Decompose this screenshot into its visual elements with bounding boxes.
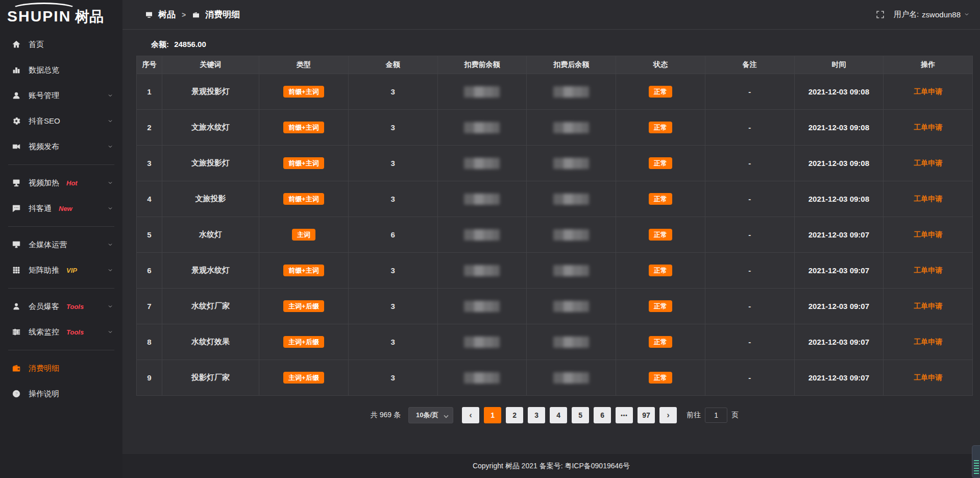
page-button-5[interactable]: 5 — [572, 407, 589, 423]
sidebar-item-label: 首页 — [29, 40, 44, 50]
table-row: 1 景观投影灯 前缀+主词 3 正常 - 2021-12-03 09:08 工单… — [137, 74, 973, 110]
work-order-link[interactable]: 工单申请 — [914, 266, 942, 274]
question-icon: ? — [11, 389, 21, 399]
page-button-97[interactable]: 97 — [638, 407, 655, 423]
col-remark: 备注 — [705, 56, 794, 74]
redacted-balance-after — [553, 301, 589, 312]
cell-balance-after — [527, 253, 616, 289]
cell-time: 2021-12-03 09:07 — [794, 253, 884, 289]
next-page-button[interactable]: › — [659, 407, 677, 423]
sidebar-divider — [8, 350, 114, 350]
redacted-balance-before — [464, 337, 500, 348]
copyright-text: Copyright 树品 2021 备案号: 粤ICP备09019646号 — [473, 462, 630, 471]
redacted-balance-after — [553, 86, 589, 98]
cell-type: 主词+后缀 — [259, 360, 349, 396]
app-icon — [145, 11, 153, 19]
sidebar-item-video-heating[interactable]: 视频加热 Hot — [0, 170, 122, 196]
work-order-link[interactable]: 工单申请 — [914, 302, 942, 310]
cell-status: 正常 — [616, 253, 705, 289]
cell-keyword: 文旅投影 — [162, 181, 259, 217]
cell-remark: - — [705, 110, 794, 146]
page-button-1[interactable]: 1 — [484, 407, 501, 423]
col-keyword: 关键词 — [162, 56, 259, 74]
sidebar-item-instructions[interactable]: ? 操作说明 — [0, 381, 122, 407]
heat-screen-icon — [11, 178, 21, 188]
sidebar-item-douyin-seo[interactable]: 抖音SEO — [0, 108, 122, 134]
type-tag: 前缀+主词 — [283, 265, 324, 276]
work-order-link[interactable]: 工单申请 — [914, 230, 942, 238]
page-button-3[interactable]: 3 — [528, 407, 545, 423]
breadcrumb-item-root[interactable]: 树品 — [158, 9, 176, 20]
chevron-down-icon — [964, 10, 970, 19]
cell-status: 正常 — [616, 289, 705, 324]
col-balance-after: 扣费后余额 — [527, 56, 616, 74]
page-button-6[interactable]: 6 — [594, 407, 611, 423]
redacted-balance-after — [553, 122, 589, 133]
sidebar-item-account-management[interactable]: 账号管理 — [0, 83, 122, 108]
sidebar-item-consumption-details[interactable]: 消费明细 — [0, 355, 122, 381]
sidebar-item-doukebao[interactable]: 抖客通 New — [0, 196, 122, 221]
redacted-balance-after — [553, 194, 589, 205]
work-order-link[interactable]: 工单申请 — [914, 123, 942, 131]
sidebar-item-video-publish[interactable]: 视频发布 — [0, 134, 122, 159]
cell-index: 6 — [137, 253, 162, 289]
balance-label: 余额: — [151, 40, 169, 49]
consumption-table: 序号 关键词 类型 金额 扣费前余额 扣费后余额 状态 备注 时间 操作 — [136, 56, 973, 396]
sidebar-item-data-overview[interactable]: 数据总览 — [0, 57, 122, 83]
cell-balance-after — [527, 74, 616, 110]
cell-amount: 3 — [348, 324, 437, 360]
goto-page-input[interactable] — [705, 408, 727, 423]
cell-status: 正常 — [616, 110, 705, 146]
wallet-icon — [11, 363, 21, 373]
sidebar-item-label: 视频发布 — [29, 142, 59, 152]
page-button-2[interactable]: 2 — [506, 407, 523, 423]
chevron-down-icon — [107, 267, 113, 273]
page-size-select[interactable]: 10条/页 — [408, 407, 453, 423]
sliders-icon — [11, 327, 21, 337]
cell-remark: - — [705, 74, 794, 110]
work-order-link[interactable]: 工单申请 — [914, 87, 942, 95]
sidebar-item-all-media[interactable]: 全媒体运营 — [0, 232, 122, 257]
cell-type: 前缀+主词 — [259, 181, 349, 217]
goto-label: 前往 — [687, 411, 701, 420]
status-badge: 正常 — [649, 193, 672, 205]
user-menu[interactable]: 用户名: zswodun88 — [894, 10, 970, 19]
redacted-balance-after — [553, 337, 589, 348]
vip-badge: VIP — [66, 267, 77, 274]
sidebar-item-label: 线索监控 — [29, 327, 59, 337]
goto-suffix: 页 — [731, 411, 739, 420]
work-order-link[interactable]: 工单申请 — [914, 159, 942, 167]
cell-balance-after — [527, 360, 616, 396]
main-panel: 余额: 24856.00 序号 关键词 类型 金额 扣费前余额 — [122, 30, 980, 478]
table-row: 6 景观水纹灯 前缀+主词 3 正常 - 2021-12-03 09:07 工单… — [137, 253, 973, 289]
type-tag: 前缀+主词 — [283, 193, 324, 205]
sidebar-item-member-burst[interactable]: 会员爆客 Tools — [0, 294, 122, 319]
work-order-link[interactable]: 工单申请 — [914, 338, 942, 346]
type-tag: 前缀+主词 — [283, 122, 324, 133]
sidebar-item-home[interactable]: 首页 — [0, 32, 122, 57]
sidebar-item-lead-monitor[interactable]: 线索监控 Tools — [0, 319, 122, 345]
sidebar-divider — [8, 288, 114, 289]
sidebar-item-matrix-boost[interactable]: 矩阵助推 VIP — [0, 257, 122, 283]
chevron-down-icon — [107, 242, 113, 248]
corner-widget[interactable] — [972, 445, 980, 478]
cell-balance-before — [437, 146, 527, 181]
work-order-link[interactable]: 工单申请 — [914, 195, 942, 203]
cell-index: 9 — [137, 360, 162, 396]
cell-keyword: 投影灯厂家 — [162, 360, 259, 396]
breadcrumb-item-current: 消费明细 — [205, 9, 240, 20]
sidebar-divider — [8, 164, 114, 165]
fullscreen-icon[interactable] — [876, 10, 885, 19]
ellipsis-button[interactable]: ••• — [616, 407, 633, 423]
page-button-4[interactable]: 4 — [550, 407, 567, 423]
redacted-balance-before — [464, 122, 500, 133]
cell-keyword: 文旅投影灯 — [162, 146, 259, 181]
cell-status: 正常 — [616, 74, 705, 110]
col-status: 状态 — [616, 56, 705, 74]
prev-page-button[interactable]: ‹ — [462, 407, 479, 423]
cell-amount: 6 — [348, 217, 437, 253]
work-order-link[interactable]: 工单申请 — [914, 373, 942, 381]
cell-action: 工单申请 — [884, 146, 973, 181]
cell-index: 3 — [137, 146, 162, 181]
redacted-balance-before — [464, 229, 500, 241]
